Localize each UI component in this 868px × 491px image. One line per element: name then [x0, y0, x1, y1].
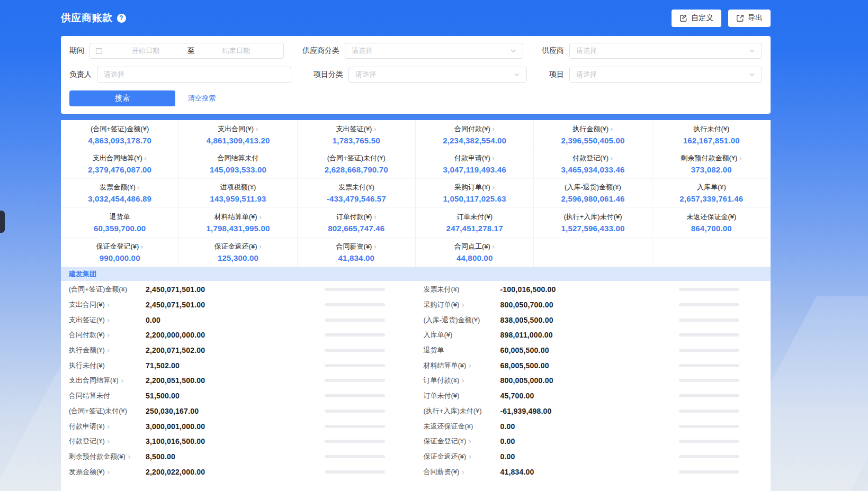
- clear-search-link[interactable]: 清空搜索: [188, 94, 216, 103]
- group-metric-label: (合同+签证)未付(¥): [69, 406, 146, 416]
- summary-cell[interactable]: 付款登记(¥) › 3,465,934,033.46: [534, 149, 652, 178]
- group-metric-label[interactable]: 采购订单(¥) ›: [424, 300, 500, 310]
- summary-cell: 进项税额(¥) 143,959,511.93: [179, 179, 297, 208]
- chevron-right-icon: ›: [107, 316, 110, 324]
- summary-metric-label: (执行+入库)未付(¥): [563, 212, 622, 222]
- group-metric-bar: [679, 410, 739, 413]
- summary-metric-label: 合同结算未付: [217, 153, 258, 163]
- calendar-icon: [95, 47, 103, 54]
- chevron-down-icon: [749, 48, 755, 54]
- summary-metric-label: 付款申请(¥): [454, 153, 490, 163]
- summary-cell: 合同结算未付 145,093,533.00: [179, 149, 297, 178]
- help-icon[interactable]: ?: [117, 14, 126, 23]
- chevron-right-icon: ›: [259, 243, 262, 250]
- project-category-select[interactable]: 请选择: [348, 67, 527, 83]
- select-placeholder: 请选择: [104, 70, 124, 79]
- summary-metric-value: 1,783,765.50: [333, 136, 380, 145]
- supplier-accounts-page: 供应商账款 ? 自定义 导出 期间: [0, 0, 868, 491]
- group-metric-value: 2,200,000,000.00: [146, 331, 205, 339]
- group-metric-bar: [679, 319, 739, 322]
- group-metric-label[interactable]: 合同薪资(¥) ›: [424, 467, 500, 477]
- summary-cell[interactable]: 支出合同结算(¥) › 2,379,476,087.00: [61, 149, 179, 178]
- summary-metric-value: 373,082.00: [691, 165, 732, 174]
- chevron-right-icon: ›: [121, 377, 124, 384]
- export-icon: [736, 14, 744, 22]
- group-metric-label[interactable]: 支出签证(¥) ›: [69, 315, 146, 325]
- summary-metric-value: 2,596,980,061.46: [561, 194, 625, 203]
- group-metric-value: 838,005,500.00: [500, 316, 553, 324]
- summary-metric-label: 剩余预付款金额(¥): [681, 153, 738, 163]
- summary-cell[interactable]: 支出签证(¥) › 1,783,765.50: [298, 120, 416, 149]
- group-metric-label[interactable]: 订单付款(¥) ›: [424, 376, 500, 385]
- summary-cell[interactable]: 剩余预付款金额(¥) › 373,082.00: [652, 149, 771, 178]
- group-metric-bar: [325, 288, 385, 291]
- summary-metric-value: 2,379,476,087.00: [88, 165, 151, 174]
- group-metric-label[interactable]: 支出合同结算(¥) ›: [69, 376, 146, 385]
- group-metric-value: 3,100,016,500.00: [146, 437, 205, 445]
- summary-cell[interactable]: 执行金额(¥) › 2,396,550,405.00: [534, 120, 652, 149]
- summary-metric-label: 材料结算单(¥): [214, 212, 257, 222]
- supplier-category-select[interactable]: 请选择: [345, 43, 523, 59]
- supplier-select[interactable]: 请选择: [569, 43, 762, 59]
- search-button[interactable]: 搜索: [69, 90, 175, 106]
- summary-metric-label: (合同+签证)未付(¥): [327, 153, 386, 163]
- summary-cell[interactable]: 订单付款(¥) › 802,665,747.46: [298, 208, 416, 237]
- group-metric-row: 订单付款(¥) › 800,005,000.00: [424, 373, 740, 388]
- summary-metric-value: 162,167,851.00: [683, 136, 740, 145]
- group-metric-label[interactable]: 保证金返还(¥) ›: [424, 452, 500, 461]
- group-metric-label[interactable]: 发票金额(¥) ›: [69, 467, 146, 477]
- customize-button[interactable]: 自定义: [672, 10, 721, 27]
- summary-cell[interactable]: 保证金登记(¥) › 990,000.00: [61, 238, 179, 267]
- group-metric-bar: [325, 333, 385, 337]
- group-metric-bar: [325, 410, 385, 413]
- group-metric-row: 合同付款(¥) › 2,200,000,000.00: [69, 328, 385, 343]
- summary-cell[interactable]: 付款申请(¥) › 3,047,119,493.46: [416, 149, 534, 178]
- summary-cell[interactable]: 材料结算单(¥) › 1,798,431,995.00: [179, 208, 297, 237]
- group-metric-label[interactable]: 剩余预付款金额(¥) ›: [69, 452, 146, 461]
- chevron-right-icon: ›: [107, 468, 110, 476]
- summary-metric-value: 143,959,511.93: [210, 194, 266, 203]
- group-metric-row: 合同结算未付 51,500.00: [69, 388, 385, 404]
- chevron-right-icon: ›: [137, 184, 140, 191]
- summary-cell[interactable]: 合同付款(¥) › 2,234,382,554.00: [416, 120, 534, 149]
- drawer-handle[interactable]: [0, 211, 5, 233]
- group-metric-value: 71,502.00: [146, 361, 180, 370]
- group-metric-value: 2,200,051,500.00: [146, 376, 205, 385]
- group-metric-label[interactable]: 执行金额(¥) ›: [69, 345, 146, 355]
- summary-metric-value: -433,479,546.57: [327, 194, 386, 203]
- summary-metric-value: 864,700.00: [691, 224, 732, 233]
- group-metric-label[interactable]: 合同付款(¥) ›: [69, 330, 146, 340]
- select-placeholder: 请选择: [576, 70, 597, 79]
- group-metric-bar: [679, 303, 739, 306]
- date-range-input[interactable]: 开始日期 至 结束日期: [90, 43, 284, 59]
- summary-metrics-grid: (合同+签证)金额(¥) 4,863,093,178.70 支出合同(¥) › …: [61, 120, 771, 267]
- chevron-right-icon: ›: [610, 125, 613, 133]
- group-metric-label[interactable]: 材料结算单(¥) ›: [424, 361, 500, 370]
- group-metric-bar: [679, 440, 739, 443]
- summary-metric-label: (入库-退货)金额(¥): [565, 183, 621, 192]
- chevron-right-icon: ›: [461, 468, 464, 476]
- summary-cell[interactable]: 支出合同(¥) › 4,861,309,413.20: [179, 120, 297, 149]
- summary-cell[interactable]: 保证金返还(¥) › 125,300.00: [179, 238, 297, 267]
- start-date-placeholder[interactable]: 开始日期: [104, 46, 187, 56]
- end-date-placeholder[interactable]: 结束日期: [194, 46, 278, 56]
- chevron-right-icon: ›: [610, 154, 613, 162]
- summary-cell[interactable]: 合同薪资(¥) › 41,834.00: [298, 238, 416, 267]
- group-metric-label[interactable]: 付款登记(¥) ›: [69, 437, 146, 446]
- group-metric-label[interactable]: 支出合同(¥) ›: [69, 300, 146, 310]
- owner-select[interactable]: 请选择: [97, 67, 291, 83]
- page-header: 供应商账款 ? 自定义 导出: [61, 0, 771, 36]
- project-select[interactable]: 请选择: [569, 67, 762, 83]
- select-placeholder: 请选择: [576, 46, 597, 56]
- group-metric-bar: [679, 349, 739, 352]
- supplier-category-label: 供应商分类: [302, 46, 339, 56]
- summary-cell[interactable]: 发票金额(¥) › 3,032,454,486.89: [61, 179, 179, 208]
- group-metric-label[interactable]: 付款申请(¥) ›: [69, 422, 146, 431]
- export-button[interactable]: 导出: [728, 10, 771, 27]
- group-metric-label[interactable]: 保证金登记(¥) ›: [424, 437, 500, 446]
- summary-cell[interactable]: 合同点工(¥) › 44,800.00: [416, 238, 534, 267]
- project-category-label: 项目分类: [314, 70, 343, 79]
- summary-cell[interactable]: 采购订单(¥) › 1,050,117,025.63: [416, 179, 534, 208]
- chevron-right-icon: ›: [492, 243, 495, 250]
- group-metric-value: 0.00: [500, 452, 515, 461]
